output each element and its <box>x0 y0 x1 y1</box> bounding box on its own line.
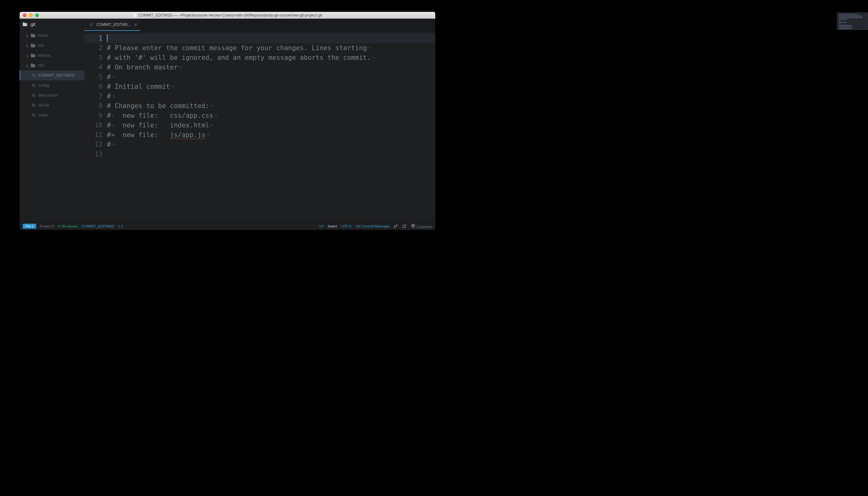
editor-pane: COMMIT_EDITMS… × 12345678910111213 ¬# Pl… <box>84 19 435 222</box>
status-bar: File 0 Project 0 ✔ No Issues COMMIT_EDIT… <box>20 222 435 230</box>
tree-folder-info[interactable]: ❯ info <box>20 41 84 50</box>
file-tree-sidebar: .git ❯ hooks ❯ info ❯ <box>20 19 84 222</box>
eye-off-icon <box>31 103 36 108</box>
status-filename[interactable]: COMMIT_EDITMSG <box>82 224 114 228</box>
status-file-pill[interactable]: File 0 <box>23 224 36 229</box>
tab-bar: COMMIT_EDITMS… × <box>84 19 435 31</box>
git-branch-icon[interactable] <box>393 224 398 228</box>
line-number: 12 <box>84 140 103 150</box>
tree-item-label: info <box>38 43 44 48</box>
eye-off-icon <box>31 93 36 97</box>
code-line[interactable]: #» new file: js/app.js¬ <box>107 130 435 140</box>
eye-off-icon <box>31 113 36 118</box>
window-title: 📄 COMMIT_EDITMSG — ~/Projects/course-Ver… <box>20 13 435 17</box>
code-line[interactable]: # with '#' will be ignored, and an empty… <box>107 53 435 63</box>
main-area: .git ❯ hooks ❯ info ❯ <box>20 19 435 222</box>
code-content[interactable]: ¬# Please enter the commit message for y… <box>105 31 435 222</box>
line-number: 6 <box>84 82 103 92</box>
line-number: 5 <box>84 72 103 82</box>
folder-icon <box>31 34 35 37</box>
folder-icon <box>23 22 27 26</box>
chevron-right-icon: ❯ <box>26 44 28 47</box>
close-tab-button[interactable]: × <box>135 22 137 27</box>
tree-file-config[interactable]: config <box>20 80 84 90</box>
code-line[interactable]: ¬ <box>107 34 435 43</box>
folder-icon <box>31 44 35 47</box>
line-number: 9 <box>84 111 103 121</box>
line-number: 1 <box>84 34 103 43</box>
code-line[interactable]: # Initial commit¬ <box>107 82 435 92</box>
status-project[interactable]: Project 0 <box>40 224 54 228</box>
tree-folder-objects[interactable]: ❯ objects <box>20 50 84 60</box>
chevron-right-icon: ❯ <box>26 34 28 37</box>
status-grammar[interactable]: Git Commit Message <box>356 224 389 228</box>
tree-item-label: objects <box>38 53 51 58</box>
code-line[interactable] <box>107 150 435 159</box>
tree-file-description[interactable]: description <box>20 90 84 100</box>
tree-item-label: COMMIT_EDITMSG <box>38 73 75 78</box>
code-line[interactable]: #» new file: css/app.css¬ <box>107 111 435 121</box>
window-title-text: COMMIT_EDITMSG — ~/Projects/course-Versi… <box>138 13 323 17</box>
eye-off-icon <box>31 73 36 78</box>
tree-item-label: index <box>38 113 48 118</box>
status-right: LF Insert UTF-8 Git Commit Message 2 upd… <box>319 224 432 229</box>
status-encoding[interactable]: UTF-8 <box>341 224 352 228</box>
chevron-right-icon: ❯ <box>26 64 28 67</box>
line-number: 11 <box>84 130 103 140</box>
status-issues[interactable]: ✔ No Issues <box>58 224 78 228</box>
folder-icon <box>31 64 35 67</box>
code-line[interactable]: # On branch master¬ <box>107 63 435 72</box>
code-line[interactable]: # Please enter the commit message for yo… <box>107 43 435 53</box>
status-line-ending[interactable]: LF <box>319 224 323 228</box>
tree-folder-hooks[interactable]: ❯ hooks <box>20 31 84 41</box>
tree-folder-refs[interactable]: ❯ refs <box>20 60 84 71</box>
line-number: 13 <box>84 150 103 159</box>
tree-item-label: HEAD <box>38 103 49 108</box>
chevron-right-icon: ❯ <box>26 54 28 57</box>
tab-commit-editmsg[interactable]: COMMIT_EDITMS… × <box>84 19 140 31</box>
eye-off-icon <box>31 83 36 88</box>
tree-item-label: config <box>38 83 49 88</box>
titlebar: 📄 COMMIT_EDITMSG — ~/Projects/course-Ver… <box>20 12 435 19</box>
file-icon: 📄 <box>133 13 137 17</box>
tree-item-label: description <box>38 93 58 97</box>
code-line[interactable]: # Changes to be committed:¬ <box>107 101 435 111</box>
status-issues-label: No Issues <box>62 224 78 228</box>
tree-file-commit-editmsg[interactable]: COMMIT_EDITMSG <box>20 71 84 80</box>
list-icon <box>89 22 93 27</box>
tree-item-label: refs <box>38 63 45 67</box>
external-link-icon[interactable] <box>402 224 407 228</box>
status-updates-label: 2 updates <box>416 225 432 229</box>
line-number: 10 <box>84 121 103 130</box>
sidebar-root-label: .git <box>30 22 35 27</box>
code-line[interactable]: #¬ <box>107 92 435 101</box>
check-icon: ✔ <box>58 224 61 228</box>
line-number: 7 <box>84 92 103 101</box>
editor-window: 📄 COMMIT_EDITMSG — ~/Projects/course-Ver… <box>20 12 435 230</box>
code-line[interactable]: #¬ <box>107 140 435 150</box>
tab-label: COMMIT_EDITMS… <box>96 22 131 27</box>
line-number: 4 <box>84 63 103 72</box>
folder-icon <box>31 53 35 57</box>
status-left: File 0 Project 0 ✔ No Issues COMMIT_EDIT… <box>23 224 123 229</box>
line-number-gutter: 12345678910111213 <box>84 31 105 222</box>
code-line[interactable]: #» new file: index.html¬ <box>107 121 435 130</box>
package-icon <box>411 224 415 228</box>
tree-item-label: hooks <box>38 33 49 38</box>
sidebar-root[interactable]: .git <box>20 19 84 29</box>
line-number: 8 <box>84 101 103 111</box>
line-number: 2 <box>84 43 103 53</box>
tree-file-index[interactable]: index <box>20 110 84 120</box>
tree: ❯ hooks ❯ info ❯ <box>20 29 84 122</box>
status-updates[interactable]: 2 updates <box>411 224 432 229</box>
text-editor[interactable]: 12345678910111213 ¬# Please enter the co… <box>84 31 435 222</box>
code-line[interactable]: #¬ <box>107 72 435 82</box>
status-cursor-position[interactable]: 1:1 <box>118 224 123 228</box>
line-number: 3 <box>84 53 103 63</box>
status-mode[interactable]: Insert <box>328 224 337 228</box>
tree-file-head[interactable]: HEAD <box>20 100 84 110</box>
